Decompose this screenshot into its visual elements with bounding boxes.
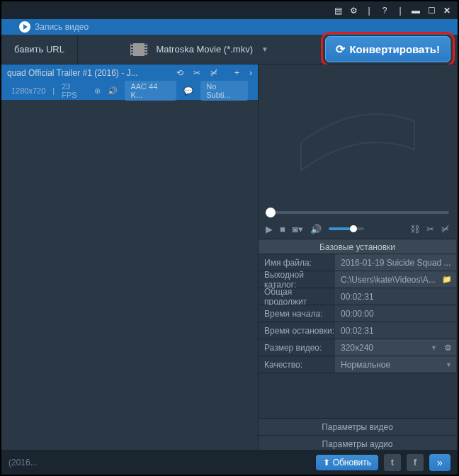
crossed-scissors-icon[interactable]: ✂̸ (210, 68, 217, 78)
seek-bar[interactable] (259, 206, 456, 219)
value-video-size[interactable]: 320x240▼⚙ (335, 339, 456, 356)
refresh-icon: ⟳ (336, 42, 345, 56)
label-start-time: Время начала: (259, 305, 335, 322)
value-duration: 00:02:31 (335, 288, 456, 305)
chevron-down-icon: ▼ (431, 344, 437, 351)
maximize-icon[interactable]: ☐ (426, 6, 436, 16)
divider: | (395, 6, 405, 16)
volume-icon[interactable]: 🔊 (310, 224, 322, 234)
play-icon[interactable]: ▶ (266, 224, 273, 234)
label-stop-time: Время остановки: (259, 322, 335, 339)
speaker-icon[interactable]: 🔊 (108, 86, 118, 96)
help-icon[interactable]: ? (380, 6, 390, 16)
crosshair-icon[interactable]: ⊕ (94, 86, 101, 96)
update-label: Обновить (333, 458, 371, 468)
next-button[interactable]: » (429, 454, 450, 471)
link-icon[interactable]: ⛓ (410, 224, 419, 234)
video-params-button[interactable]: Параметры видео (259, 419, 456, 436)
folder-icon[interactable]: 📁 (442, 275, 452, 284)
film-strip-placeholder (294, 93, 421, 178)
value-stop-time[interactable]: 00:02:31 (335, 322, 456, 339)
chevron-down-icon: ▼ (261, 45, 268, 53)
camera-icon[interactable]: ◙▾ (293, 224, 303, 234)
gear-icon[interactable]: ⚙ (348, 6, 358, 16)
value-start-time[interactable]: 00:00:00 (335, 305, 456, 322)
label-quality: Качество: (259, 356, 335, 373)
crossed-scissors-icon[interactable]: ✂̸ (441, 224, 449, 234)
facebook-button[interactable]: f (407, 454, 424, 471)
right-panel: ▶ ■ ◙▾ 🔊 ⛓ ✂ ✂̸ Базовые установки Имя фа… (258, 64, 456, 453)
minimize-icon[interactable]: ▬ (411, 6, 421, 16)
seek-thumb[interactable] (266, 208, 276, 217)
video-preview (259, 64, 456, 206)
add-icon[interactable]: + (234, 68, 239, 78)
refresh-icon[interactable]: ⟲ (176, 68, 183, 78)
value-quality[interactable]: Нормальное▼ (335, 356, 456, 373)
audio-codec-pill[interactable]: AAC 44 K... (125, 81, 176, 101)
format-selector[interactable]: Matroska Movie (*.mkv) ▼ (78, 43, 322, 56)
add-url-label: бавить URL (14, 44, 64, 55)
row-output-dir: Выходной каталог: C:\Users\kate\Videos\A… (259, 271, 456, 288)
convert-button-highlight: ⟳ Конвертировать! (321, 32, 455, 67)
settings-header: Базовые установки (259, 239, 456, 254)
toolbar: бавить URL Matroska Movie (*.mkv) ▼ ⟳ Ко… (1, 35, 458, 64)
convert-button[interactable]: ⟳ Конвертировать! (325, 36, 450, 62)
footer-status: (2016... (8, 458, 38, 468)
row-stop-time: Время остановки: 00:02:31 (259, 322, 456, 339)
row-duration: Общая продолжит 00:02:31 (259, 288, 456, 305)
row-start-time: Время начала: 00:00:00 (259, 305, 456, 322)
update-button[interactable]: ⬆ Обновить (316, 455, 378, 470)
stop-icon[interactable]: ■ (280, 224, 285, 234)
footer: (2016... ⬆ Обновить t f » (1, 450, 458, 475)
track-title: quad Official Trailer #1 (2016) - J... (7, 68, 138, 78)
list-icon[interactable]: ▤ (333, 6, 343, 16)
scissors-icon[interactable]: ✂ (193, 68, 200, 78)
chevron-down-icon: ▼ (446, 361, 452, 368)
value-output-dir[interactable]: C:\Users\kate\Videos\A...📁 (335, 271, 456, 288)
row-quality: Качество: Нормальное▼ (259, 356, 456, 373)
label-output-dir: Выходной каталог: (259, 271, 335, 288)
resolution-text: 1280x720 (11, 86, 45, 95)
track-list-panel: quad Official Trailer #1 (2016) - J... ⟲… (1, 64, 258, 453)
row-video-size: Размер видео: 320x240▼⚙ (259, 339, 456, 356)
track-tab[interactable]: quad Official Trailer #1 (2016) - J... ⟲… (1, 64, 258, 81)
close-icon[interactable]: ✕ (442, 6, 452, 16)
volume-slider[interactable] (329, 227, 364, 230)
gear-icon[interactable]: ⚙ (444, 343, 452, 353)
film-icon (130, 43, 147, 56)
play-circle-icon (19, 21, 30, 33)
label-duration: Общая продолжит (259, 288, 335, 305)
format-text: Matroska Movie (*.mkv) (156, 44, 253, 55)
fps-text: 23 FPS (62, 82, 87, 99)
divider: | (364, 6, 374, 16)
record-label: Запись видео (35, 22, 89, 32)
divider: | (52, 86, 55, 95)
playback-controls: ▶ ■ ◙▾ 🔊 ⛓ ✂ ✂̸ (259, 219, 456, 239)
add-url-button[interactable]: бавить URL (1, 35, 78, 64)
value-filename[interactable]: 2016-01-19 Suicide Squad ... (335, 254, 456, 271)
convert-label: Конвертировать! (349, 43, 440, 55)
subtitle-pill[interactable]: No Subti... (200, 81, 248, 101)
label-video-size: Размер видео: (259, 339, 335, 356)
upload-icon: ⬆ (323, 458, 330, 468)
label-filename: Имя файла: (259, 254, 335, 271)
titlebar: ▤ ⚙ | ? | ▬ ☐ ✕ (1, 1, 458, 19)
scissors-icon[interactable]: ✂ (426, 224, 434, 234)
track-details: 1280x720 | 23 FPS ⊕ 🔊 AAC 44 K... 💬 No S… (1, 81, 258, 100)
twitter-button[interactable]: t (384, 454, 401, 471)
close-tab-icon[interactable]: › (249, 68, 252, 78)
subtitle-icon[interactable]: 💬 (183, 86, 193, 96)
row-filename: Имя файла: 2016-01-19 Suicide Squad ... (259, 254, 456, 271)
